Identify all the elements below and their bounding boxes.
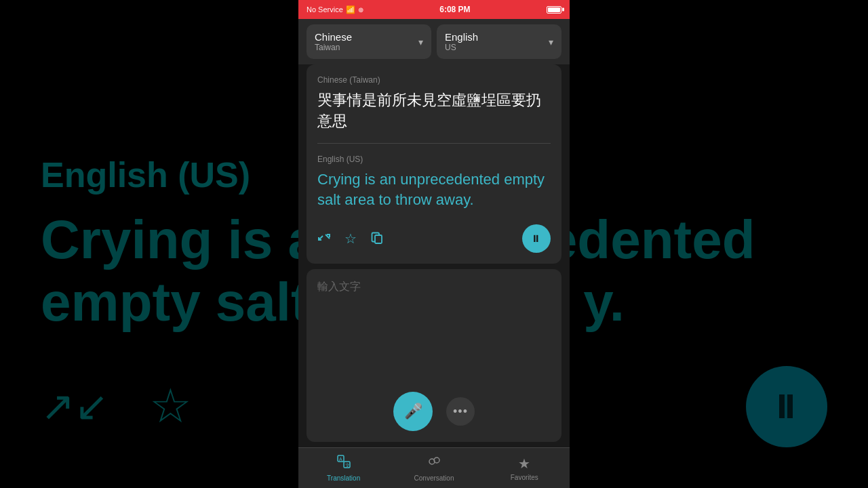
source-lang-region: Taiwan — [315, 43, 352, 52]
source-language-button[interactable]: Chinese Taiwan ▾ — [307, 24, 431, 59]
favorites-tab-icon: ★ — [518, 455, 530, 472]
status-time: 6:08 PM — [439, 5, 470, 14]
target-lang-info: English US — [445, 31, 478, 52]
status-left: No Service 📶 ⊕ — [307, 5, 363, 14]
target-lang-region: US — [445, 43, 478, 52]
more-button[interactable]: ••• — [446, 397, 475, 426]
microphone-button[interactable]: 🎤 — [393, 392, 433, 431]
source-lang-info: Chinese Taiwan — [315, 31, 352, 52]
input-controls: 🎤 ••• — [317, 385, 551, 431]
input-section[interactable]: 輸入文字 🎤 ••• — [307, 269, 561, 442]
favorite-icon[interactable]: ☆ — [344, 230, 357, 247]
input-placeholder: 輸入文字 — [317, 280, 551, 385]
bg-expand-icon: ↗↙ — [41, 382, 108, 430]
source-chevron-icon: ▾ — [418, 37, 423, 47]
bg-pause-circle: ⏸ — [746, 366, 827, 447]
action-row: ☆ ⏸ — [317, 224, 551, 253]
translation-tab-icon: A 文 — [336, 454, 351, 472]
more-icon: ••• — [453, 405, 468, 419]
conversation-tab-label: Conversation — [414, 474, 454, 482]
tab-conversation[interactable]: Conversation — [389, 448, 479, 488]
tab-translation[interactable]: A 文 Translation — [298, 448, 389, 488]
favorites-tab-label: Favorites — [511, 474, 538, 481]
bg-pause-icon: ⏸ — [769, 388, 804, 426]
target-chevron-icon: ▾ — [549, 37, 553, 47]
phone-container: No Service 📶 ⊕ 6:08 PM Chinese Taiwan ▾ … — [298, 0, 570, 488]
tab-favorites[interactable]: ★ Favorites — [479, 448, 570, 488]
target-lang-name: English — [445, 31, 478, 43]
location-icon: ⊕ — [358, 6, 363, 14]
target-language-button[interactable]: English US ▾ — [437, 24, 561, 59]
source-lang-name: Chinese — [315, 31, 352, 43]
bg-star-icon: ☆ — [149, 378, 192, 434]
status-right — [547, 6, 561, 14]
translation-card: Chinese (Taiwan) 哭事情是前所未見空虛鹽埕區要扔意思 Engli… — [307, 64, 561, 264]
source-text: 哭事情是前所未見空虛鹽埕區要扔意思 — [317, 90, 551, 132]
svg-rect-2 — [375, 235, 382, 243]
target-section: English (US) Crying is an unprecedented … — [317, 144, 551, 211]
microphone-icon: 🎤 — [404, 403, 422, 420]
pause-button[interactable]: ⏸ — [522, 224, 551, 253]
wifi-icon: 📶 — [346, 5, 355, 14]
conversation-tab-icon — [427, 454, 441, 472]
language-selector: Chinese Taiwan ▾ English US ▾ — [298, 19, 570, 64]
target-text: Crying is an unprecedented empty salt ar… — [317, 169, 551, 211]
source-section: Chinese (Taiwan) 哭事情是前所未見空虛鹽埕區要扔意思 — [317, 75, 551, 144]
battery-fill — [548, 7, 560, 12]
svg-text:A: A — [339, 457, 342, 462]
translation-tab-label: Translation — [327, 474, 360, 482]
status-bar: No Service 📶 ⊕ 6:08 PM — [298, 0, 570, 19]
svg-text:文: 文 — [345, 463, 350, 468]
source-lang-label: Chinese (Taiwan) — [317, 75, 551, 85]
bg-bottom-icons: ↗↙ ☆ — [41, 378, 192, 434]
tab-bar: A 文 Translation Conversation ★ Favorites — [298, 447, 570, 488]
action-icons-left: ☆ — [317, 230, 384, 247]
expand-icon[interactable] — [317, 230, 331, 247]
target-lang-label: English (US) — [317, 155, 551, 164]
signal-text: No Service — [307, 5, 343, 14]
battery-icon — [547, 6, 561, 14]
pause-symbol: ⏸ — [531, 233, 542, 244]
copy-icon[interactable] — [370, 230, 384, 247]
